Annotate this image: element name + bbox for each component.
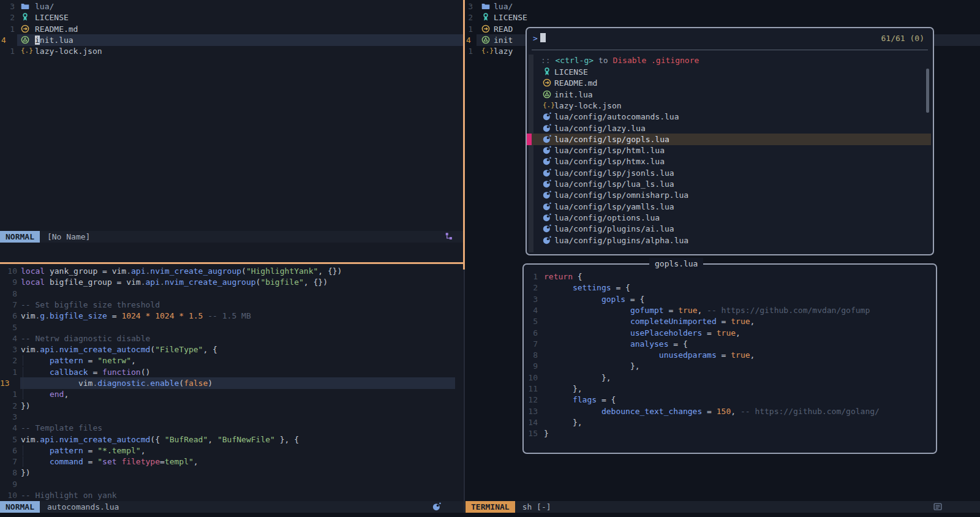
fzf-item-name: README.md [554, 77, 597, 89]
picker-prompt[interactable]: > [533, 32, 546, 44]
file-row[interactable]: 1README.md [0, 23, 464, 35]
picker-match-counter: 61/61 (0) [881, 32, 924, 44]
preview-line: 9}, [524, 360, 935, 372]
code-line[interactable]: 13vim.diagnostic.enable(false) [0, 377, 464, 389]
fzf-item[interactable]: {.}lazy-lock.json [529, 100, 931, 111]
line-number: 4 [466, 34, 473, 46]
code-line[interactable]: 2pattern = "netrw", [0, 355, 464, 366]
token: { [573, 272, 582, 281]
file-name: lazy-lock.json [35, 45, 102, 57]
token: . [55, 345, 59, 354]
token: :: [541, 56, 555, 65]
picker-scrollbar[interactable] [926, 69, 929, 113]
text-cursor [540, 33, 546, 42]
preview-line: 5completeUnimported = true, [524, 315, 935, 327]
line-number: 3 [466, 1, 473, 12]
code-line[interactable]: 8 [0, 288, 464, 300]
line-text: pattern = "*.templ", [21, 445, 146, 456]
code-line[interactable]: 6vim.g.bigfile_size = 1024 * 1024 * 1.5 … [0, 310, 464, 322]
token: ({ [150, 435, 164, 444]
line-text: flags = { [544, 394, 616, 406]
file-row[interactable]: 4init.lua [0, 34, 464, 46]
fzf-item[interactable]: init.lua [529, 89, 931, 100]
token: "*.templ" [97, 446, 140, 455]
token: () [141, 368, 151, 377]
mode-badge: TERMINAL [466, 501, 515, 513]
code-line[interactable]: 1callback = function() [0, 366, 464, 378]
code-line[interactable]: 7-- Set bigfile size threshold [0, 299, 464, 311]
fzf-item[interactable]: lua/config/lsp/gopls.lua [529, 134, 931, 145]
code-line[interactable]: 3 [0, 411, 464, 423]
selection-pointer [527, 134, 532, 145]
line-number: 2 [0, 355, 17, 366]
file-row[interactable]: 3lua/ [0, 1, 464, 12]
cmdline [0, 513, 980, 517]
fzf-item[interactable]: lua/config/lsp/omnisharp.lua [529, 189, 931, 201]
line-number: 9 [0, 478, 17, 490]
file-row[interactable]: 3lua/ [466, 1, 980, 12]
fzf-item[interactable]: lua/config/lsp/htmx.lua [529, 156, 931, 167]
fzf-item[interactable]: lua/config/lsp/html.lua [529, 145, 931, 156]
token: }, [630, 361, 640, 371]
fzf-item-name: lua/config/options.lua [554, 212, 660, 224]
fzf-item[interactable]: lua/config/lsp/yamlls.lua [529, 201, 931, 213]
token: }, [601, 373, 611, 382]
file-name: init [494, 34, 513, 46]
line-number: 4 [0, 333, 17, 344]
token: to [594, 56, 612, 65]
fzf-item[interactable]: README.md [529, 77, 931, 89]
code-line[interactable]: 6pattern = "*.templ", [0, 445, 464, 456]
token: = { [669, 339, 688, 349]
token: " [97, 457, 102, 466]
fzf-item[interactable]: lua/config/plugins/alpha.lua [529, 235, 931, 246]
line-number: 8 [524, 349, 538, 361]
token: }, { [275, 435, 299, 444]
token: true [731, 350, 750, 360]
code-line[interactable]: 3vim.api.nvim_create_autocmd("FileType",… [0, 344, 464, 355]
code-line[interactable]: 4-- Template files [0, 422, 464, 434]
token: g [40, 311, 45, 320]
fzf-item[interactable]: lua/config/options.lua [529, 212, 931, 224]
line-text: }) [21, 400, 31, 412]
code-line[interactable]: 10-- Highlight on yank [0, 489, 464, 501]
token: "bigfile" [260, 277, 303, 287]
block-cursor: i [35, 36, 40, 45]
fzf-item-name: lua/config/lsp/yamlls.lua [554, 201, 674, 213]
fzf-item[interactable]: lua/config/lsp/lua_ls.lua [529, 178, 931, 190]
token: = { [597, 395, 616, 404]
fzf-item[interactable]: lua/config/plugins/ai.lua [529, 223, 931, 235]
token: unusedparams [659, 350, 717, 360]
line-number: 6 [0, 310, 17, 322]
token: , [750, 350, 755, 360]
code-line[interactable]: 2}) [0, 400, 464, 412]
code-line[interactable]: 7command = "set filetype=templ", [0, 456, 464, 467]
lua-icon [543, 135, 551, 143]
preview-line: 8unusedparams = true, [524, 349, 935, 361]
token: true [717, 328, 736, 338]
code-line[interactable]: 8}) [0, 467, 464, 478]
token: "netrw" [97, 356, 131, 365]
code-line[interactable]: 5vim.api.nvim_create_autocmd({ "BufRead"… [0, 434, 464, 445]
code-line[interactable]: 10local yank_group = vim.api.nvim_create… [0, 265, 464, 277]
fzf-item[interactable]: lua/config/lsp/jsonls.lua [529, 167, 931, 179]
line-number: 1 [0, 388, 17, 400]
token: api [40, 435, 54, 444]
fzf-item[interactable]: LICENSE [529, 66, 931, 78]
fzf-item[interactable]: lua/config/lazy.lua [529, 123, 931, 134]
preview-line: 12flags = { [524, 394, 935, 406]
readme-icon [543, 78, 551, 87]
file-row[interactable]: 2LICENSE [466, 12, 980, 23]
code-line[interactable]: 5 [0, 322, 464, 333]
code-line[interactable]: 9 [0, 478, 464, 490]
code-line[interactable]: 1end, [0, 388, 464, 400]
code-line[interactable]: 4-- Netrw diagnostic disable [0, 333, 464, 344]
code-line[interactable]: 9local bigfile_group = vim.api.nvim_crea… [0, 276, 464, 288]
file-row[interactable]: 1{.}lazy-lock.json [0, 45, 464, 57]
file-row[interactable]: 2LICENSE [0, 12, 464, 23]
line-text: local yank_group = vim.api.nvim_create_a… [21, 265, 342, 277]
fzf-item[interactable]: lua/config/autocomands.lua [529, 111, 931, 123]
line-text: local bigfile_group = vim.api.nvim_creat… [21, 276, 328, 288]
picker-separator [532, 50, 928, 50]
token: callback [50, 368, 88, 377]
preview-line: 3gopls = { [524, 293, 935, 305]
